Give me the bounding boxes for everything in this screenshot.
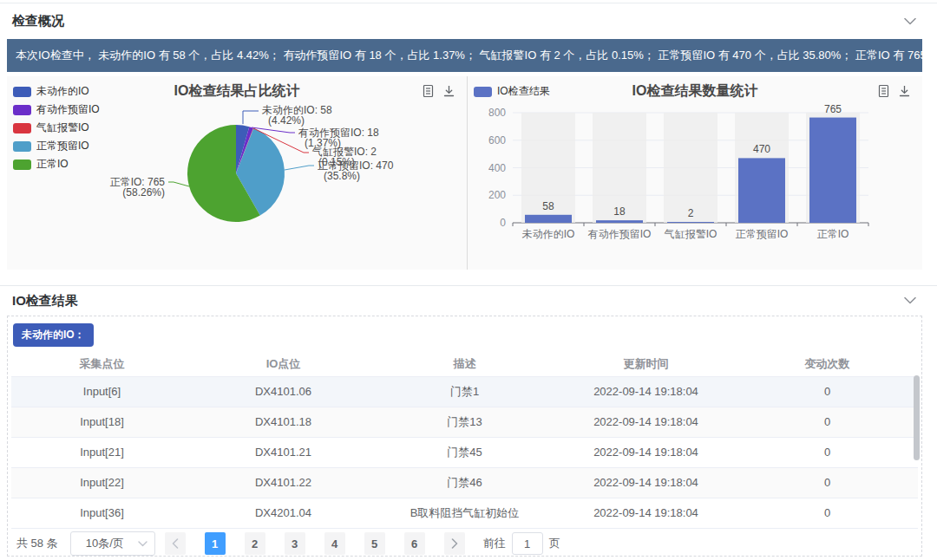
table-row[interactable]: Input[18]DX4101.18门禁132022-09-14 19:18:0… (11, 407, 918, 437)
table-row[interactable]: Input[6]DX4101.06门禁12022-09-14 19:18:040 (11, 376, 918, 407)
pie-label-leader-line (168, 182, 189, 186)
page-number-button[interactable]: 1 (205, 532, 226, 555)
x-axis-category-label: 气缸报警IO (664, 228, 717, 240)
save-image-download-icon[interactable] (442, 84, 456, 98)
page-size-value: 10条/页 (86, 537, 124, 550)
legend-swatch (474, 87, 492, 97)
table-cell: DX4101.06 (193, 376, 374, 407)
page-number-button[interactable]: 4 (324, 532, 345, 555)
table-header-row: 采集点位IO点位描述更新时间变动次数 (11, 353, 918, 376)
x-axis-category-label: 有动作预留IO (587, 228, 652, 240)
charts-row: 未动作的IO有动作预留IO气缸报警IO正常预留IO正常IO IO检查结果占比统计… (7, 76, 922, 270)
page-number-button[interactable]: 5 (364, 532, 385, 555)
table-cell: 2022-09-14 19:18:04 (555, 467, 737, 498)
table-cell: 门禁13 (374, 407, 555, 437)
legend-item[interactable]: 气缸报警IO (13, 119, 100, 137)
table-cell: DX4101.21 (193, 437, 374, 467)
bar-chart[interactable]: 020040060080058未动作的IO18有动作预留IO2气缸报警IO470… (468, 76, 922, 270)
legend-label: 有动作预留IO (36, 102, 100, 117)
results-container: 未动作的IO： 采集点位IO点位描述更新时间变动次数 Input[6]DX410… (7, 316, 922, 557)
table-row[interactable]: Input[36]DX4201.04B取料阻挡气缸初始位2022-09-14 1… (11, 498, 918, 528)
table-cell: Input[22] (11, 467, 193, 498)
bar-value-label: 18 (613, 205, 626, 218)
bar-toolbox (877, 84, 912, 98)
select-chevron-down-icon (138, 541, 147, 547)
legend-label: 正常IO (36, 157, 69, 172)
table-column-header: 描述 (374, 353, 555, 376)
legend-item[interactable]: 正常IO (13, 155, 100, 173)
chevron-left-icon (172, 538, 179, 549)
table-cell: Input[36] (11, 498, 193, 528)
page-number-button[interactable]: 3 (285, 532, 305, 555)
table-cell: 0 (737, 407, 918, 437)
table-cell: DX4101.22 (193, 467, 374, 498)
table-cell: 门禁46 (374, 467, 555, 498)
legend-label: IO检查结果 (497, 84, 550, 99)
goto-label: 前往 (483, 536, 506, 551)
pagination-bar: 共 58 条 10条/页 123456 前往 页 (11, 529, 918, 559)
x-axis-category-label: 正常IO (817, 228, 849, 240)
table-column-header: 采集点位 (11, 353, 193, 376)
prev-page-button[interactable] (165, 532, 186, 555)
table-cell: DX4201.04 (193, 498, 374, 528)
legend-label: 气缸报警IO (36, 120, 89, 135)
table-cell: 2022-09-14 19:18:04 (555, 437, 737, 467)
bar[interactable] (738, 158, 785, 223)
bar[interactable] (667, 222, 714, 223)
legend-item[interactable]: 有动作预留IO (13, 101, 100, 119)
table-cell: DX4101.18 (193, 407, 374, 437)
page-number-button[interactable]: 2 (245, 532, 265, 555)
bar[interactable] (596, 220, 643, 223)
x-axis-category-label: 正常预留IO (736, 228, 789, 240)
legend-swatch (13, 141, 31, 152)
overview-collapse-chevron-down-icon[interactable] (904, 17, 916, 25)
pie-legend: 未动作的IO有动作预留IO气缸报警IO正常预留IO正常IO (13, 82, 100, 173)
table-cell: 0 (737, 498, 918, 528)
legend-item[interactable]: 未动作的IO (13, 82, 100, 101)
bar-value-label: 765 (824, 103, 842, 115)
pie-chart-panel: 未动作的IO有动作预留IO气缸报警IO正常预留IO正常IO IO检查结果占比统计… (7, 76, 467, 270)
table-cell: 门禁1 (374, 376, 555, 407)
legend-swatch (13, 87, 31, 97)
page-number-button[interactable]: 6 (404, 532, 425, 555)
table-row[interactable]: Input[21]DX4101.21门禁452022-09-14 19:18:0… (11, 437, 918, 467)
pie-label-percent: (35.8%) (324, 170, 360, 182)
bar[interactable] (809, 118, 856, 223)
goto-page-input[interactable] (512, 532, 543, 555)
legend-swatch (13, 123, 31, 133)
table-cell: 0 (737, 376, 918, 407)
bar-chart-panel: IO检查结果 IO检查结果数量统计 020040060080058未动作的IO1… (467, 76, 922, 270)
pie-label-percent: (58.26%) (122, 186, 165, 199)
page-size-select[interactable]: 10条/页 (70, 531, 155, 556)
io-results-table: 采集点位IO点位描述更新时间变动次数 Input[6]DX4101.06门禁12… (11, 353, 918, 529)
overview-section-title: 检查概况 (12, 13, 64, 29)
results-section-title: IO检查结果 (12, 293, 78, 309)
table-cell: B取料阻挡气缸初始位 (374, 498, 555, 528)
pie-label-leader-line (285, 166, 314, 170)
data-view-icon[interactable] (422, 84, 436, 98)
overview-section-header: 检查概况 (0, 3, 937, 39)
legend-item[interactable]: IO检查结果 (474, 82, 550, 101)
bar[interactable] (525, 215, 572, 223)
table-row[interactable]: Input[22]DX4101.22门禁462022-09-14 19:18:0… (11, 467, 918, 498)
bar-value-label: 470 (753, 143, 770, 155)
y-axis-tick-label: 0 (500, 217, 506, 229)
legend-item[interactable]: 正常预留IO (13, 137, 100, 155)
chevron-right-icon (451, 538, 458, 549)
y-axis-tick-label: 800 (488, 107, 506, 119)
table-scrollbar-thumb[interactable] (914, 375, 920, 460)
bar-legend: IO检查结果 (474, 82, 550, 101)
data-view-icon[interactable] (877, 84, 891, 98)
results-collapse-chevron-down-icon[interactable] (904, 297, 916, 305)
y-axis-tick-label: 400 (488, 162, 506, 174)
next-page-button[interactable] (444, 532, 465, 555)
save-image-download-icon[interactable] (898, 84, 912, 98)
table-column-header: 变动次数 (737, 353, 918, 376)
bar-value-label: 2 (688, 207, 694, 219)
pie-label-percent: (4.42%) (268, 114, 305, 127)
table-column-header: 更新时间 (555, 353, 737, 376)
summary-banner: 本次IO检查中， 未动作的IO 有 58 个，占比 4.42%； 有动作预留IO… (7, 39, 922, 72)
io-category-badge: 未动作的IO： (13, 323, 94, 347)
legend-label: 正常预留IO (36, 139, 89, 153)
legend-label: 未动作的IO (36, 84, 89, 99)
